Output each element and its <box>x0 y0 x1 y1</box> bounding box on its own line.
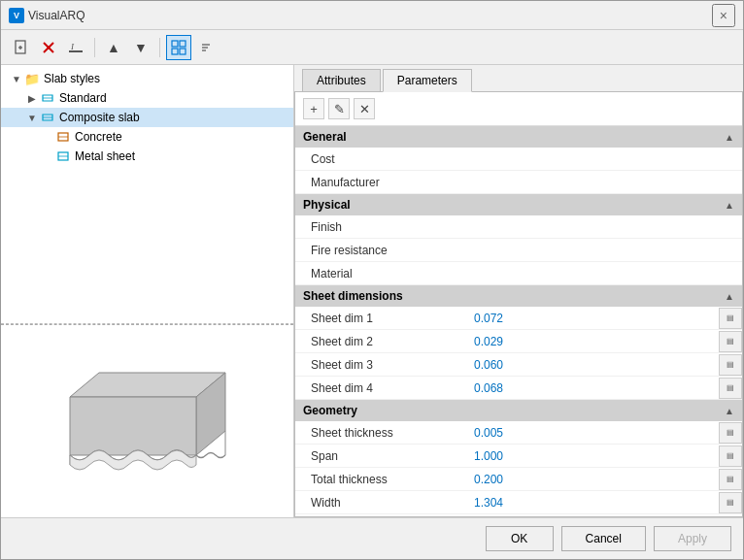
svg-text:I: I <box>70 42 75 51</box>
param-value-sheet-thickness: 0.005 <box>470 423 719 443</box>
bottom-bar: OK Cancel Apply <box>1 517 743 559</box>
param-value-cost <box>470 156 742 162</box>
slab-icon-standard <box>40 90 55 106</box>
rename-icon: I <box>68 40 84 55</box>
new-button[interactable] <box>9 35 34 60</box>
edit-btn-sheet-thickness[interactable]: ▤ <box>719 422 742 444</box>
svg-rect-9 <box>172 49 178 54</box>
apply-button[interactable]: Apply <box>654 526 731 551</box>
toolbar: I ▲ ▼ <box>1 30 743 65</box>
folder-icon: 📁 <box>24 71 40 86</box>
svg-rect-7 <box>172 41 178 47</box>
edit-btn-span[interactable]: ▤ <box>719 445 742 467</box>
view-button[interactable] <box>166 35 191 60</box>
toolbar-separator-1 <box>94 38 95 57</box>
tab-content-parameters: + ✎ ✕ General ▲ Cost Manufacturer <box>294 91 743 517</box>
param-value-width: 1.304 <box>470 493 719 512</box>
edit-btn-total-thickness[interactable]: ▤ <box>719 469 742 490</box>
title-bar-left: V VisualARQ <box>9 8 85 23</box>
param-value-sheet-dim-2: 0.029 <box>470 332 719 351</box>
tree-item-standard[interactable]: ▶ Standard <box>1 88 293 108</box>
section-label-general: General <box>303 130 347 144</box>
param-value-span: 1.000 <box>470 446 719 466</box>
param-value-finish <box>470 224 742 230</box>
slab-preview <box>1 323 293 517</box>
param-value-sheet-dim-4: 0.068 <box>470 379 719 398</box>
expander-slab-styles[interactable]: ▼ <box>9 71 24 86</box>
down-button[interactable]: ▼ <box>128 35 153 60</box>
param-row-finish: Finish <box>295 215 742 239</box>
main-window: V VisualARQ × I ▲ ▼ <box>0 0 744 560</box>
section-physical: Physical ▲ Finish Fire resistance Materi… <box>295 194 742 285</box>
tree-label-slab-styles: Slab styles <box>44 72 100 85</box>
param-value-total-thickness: 0.200 <box>470 470 719 489</box>
param-label-sheet-dim-2: Sheet dim 2 <box>295 332 470 351</box>
edit-btn-sheet-dim-3[interactable]: ▤ <box>719 354 742 376</box>
param-row-sheet-dim-4: Sheet dim 4 0.068 ▤ <box>295 377 742 400</box>
tree-item-metal-sheet[interactable]: ▶ Metal sheet <box>1 147 293 166</box>
title-bar: V VisualARQ × <box>1 1 743 30</box>
edit-param-button[interactable]: ✎ <box>328 98 350 119</box>
layer-icon-concrete <box>55 129 71 145</box>
param-value-sheet-dim-3: 0.060 <box>470 355 719 375</box>
param-row-width: Width 1.304 ▤ <box>295 491 742 514</box>
new-icon <box>14 40 29 55</box>
right-panel: Attributes Parameters + ✎ ✕ General ▲ <box>294 65 743 517</box>
cancel-button[interactable]: Cancel <box>561 526 646 551</box>
section-header-general: General ▲ <box>295 126 742 148</box>
rename-button[interactable]: I <box>63 35 88 60</box>
up-button[interactable]: ▲ <box>101 35 126 60</box>
tree-item-composite-slab[interactable]: ▼ Composite slab <box>1 108 293 127</box>
section-arrow-physical[interactable]: ▲ <box>725 200 734 211</box>
section-header-physical: Physical ▲ <box>295 194 742 215</box>
delete-icon <box>42 41 55 54</box>
edit-btn-width[interactable]: ▤ <box>719 492 742 513</box>
section-arrow-geometry[interactable]: ▲ <box>725 406 734 416</box>
param-label-sheet-dim-3: Sheet dim 3 <box>295 355 470 375</box>
tree-label-concrete: Concrete <box>75 130 122 144</box>
edit-btn-sheet-dim-1[interactable]: ▤ <box>719 308 742 329</box>
tree-item-slab-styles[interactable]: ▼ 📁 Slab styles <box>1 69 293 88</box>
section-header-geometry: Geometry ▲ <box>295 400 742 421</box>
param-row-manufacturer: Manufacturer <box>295 171 742 194</box>
param-label-sheet-thickness: Sheet thickness <box>295 423 470 443</box>
param-row-total-thickness: Total thickness 0.200 ▤ <box>295 468 742 491</box>
section-label-geometry: Geometry <box>303 404 357 417</box>
edit-btn-sheet-dim-4[interactable]: ▤ <box>719 378 742 399</box>
svg-rect-10 <box>180 49 186 54</box>
tab-attributes[interactable]: Attributes <box>302 69 381 91</box>
param-label-manufacturer: Manufacturer <box>295 173 470 192</box>
app-logo: V <box>9 8 24 23</box>
ok-button[interactable]: OK <box>486 526 554 551</box>
param-row-sheet-dim-2: Sheet dim 2 0.029 ▤ <box>295 330 742 353</box>
edit-btn-sheet-dim-2[interactable]: ▤ <box>719 331 742 352</box>
main-content: ▼ 📁 Slab styles ▶ Standard ▼ <box>1 65 743 517</box>
tabs-row: Attributes Parameters <box>294 65 743 91</box>
tree-item-concrete[interactable]: ▶ Concrete <box>1 127 293 147</box>
tree-label-composite-slab: Composite slab <box>59 111 140 124</box>
param-row-cost: Cost <box>295 148 742 171</box>
param-row-sheet-thickness: Sheet thickness 0.005 ▤ <box>295 421 742 445</box>
param-value-sheet-dim-1: 0.072 <box>470 309 719 328</box>
preview-divider <box>1 324 293 325</box>
section-label-physical: Physical <box>303 198 351 212</box>
section-arrow-sheet-dimensions[interactable]: ▲ <box>725 291 734 302</box>
section-label-sheet-dimensions: Sheet dimensions <box>303 289 403 303</box>
param-value-fire-resistance <box>470 247 742 253</box>
section-general: General ▲ Cost Manufacturer <box>295 126 742 194</box>
close-button[interactable]: × <box>712 4 735 27</box>
expander-composite-slab[interactable]: ▼ <box>24 110 40 125</box>
tree-label-standard: Standard <box>59 91 107 105</box>
section-arrow-general[interactable]: ▲ <box>725 132 734 143</box>
add-param-button[interactable]: + <box>303 98 324 119</box>
sort-button[interactable] <box>193 35 219 60</box>
expander-standard[interactable]: ▶ <box>24 90 40 106</box>
tree-area: ▼ 📁 Slab styles ▶ Standard ▼ <box>1 65 293 323</box>
layer-icon-metal-sheet <box>55 148 71 164</box>
delete-button[interactable] <box>36 35 61 60</box>
view-icon <box>171 40 186 55</box>
tab-parameters[interactable]: Parameters <box>383 69 472 92</box>
delete-param-button[interactable]: ✕ <box>354 98 375 119</box>
tree-label-metal-sheet: Metal sheet <box>75 149 135 163</box>
slab-icon-composite <box>40 110 55 125</box>
